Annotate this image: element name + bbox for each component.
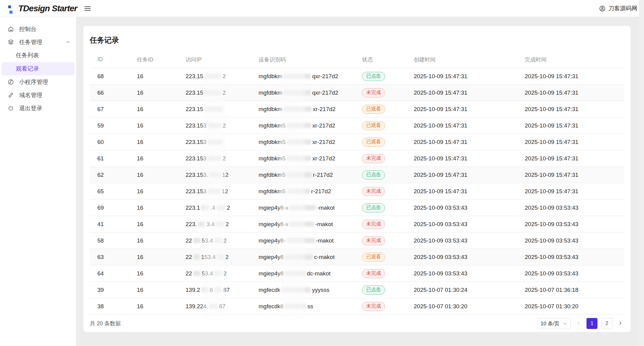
cell-task-id: 16 (129, 106, 178, 113)
cell-task-id: 16 (129, 303, 178, 310)
cell-finished: 2025-10-09 15:47:31 (517, 155, 624, 162)
sidebar-item-domain[interactable]: 域名管理 (0, 89, 76, 102)
cell-status: 未完成 (354, 269, 406, 278)
cell-ip: 223.1532 (178, 155, 251, 162)
sidebar-item-watch-records[interactable]: 观看记录 (2, 62, 75, 75)
miniprogram-icon (8, 79, 14, 85)
status-badge: 未完成 (362, 187, 385, 196)
cell-device: mgfdbkm5xr-217d2 (251, 155, 354, 162)
table-row: 41 16 223.3.42 mgiep4y8-x-makot 未完成 2025… (90, 216, 624, 232)
table-row: 60 16 223.153 mgfdbkm5xr-217d2 已观看 2025-… (90, 134, 624, 150)
redacted-blur (208, 123, 221, 128)
cell-task-id: 16 (129, 270, 178, 277)
menu-toggle-button[interactable] (83, 5, 92, 12)
cell-device: mgfdbkm5r-217d2 (251, 188, 354, 195)
chevron-down-icon (563, 321, 567, 326)
cell-device: mgfdbkm5xr-217d2 (251, 122, 354, 129)
redacted-blur (208, 139, 222, 145)
cell-created: 2025-10-09 15:47:31 (406, 73, 517, 80)
account-menu[interactable]: 刀客源码网 (599, 5, 637, 12)
status-badge: 已观看 (362, 253, 385, 262)
cell-ip: 2253.42 (178, 237, 251, 244)
cell-id: 64 (90, 270, 129, 277)
page-size-select[interactable]: 10 条/页 (537, 318, 571, 329)
status-badge: 已点击 (362, 72, 385, 81)
cell-finished: 2025-10-09 03:53:43 (517, 204, 624, 211)
cell-status: 已点击 (354, 285, 406, 295)
redacted-blur (209, 304, 218, 309)
scrollbar[interactable] (639, 0, 644, 346)
cell-created: 2025-10-09 03:53:43 (406, 221, 517, 228)
cell-device: mgfdbkm5xr-217d2 (251, 139, 354, 145)
cell-id: 68 (90, 73, 129, 80)
cell-id: 39 (90, 287, 129, 293)
cell-created: 2025-10-09 15:47:31 (406, 89, 517, 96)
cell-status: 已点击 (354, 72, 406, 81)
redacted-blur (287, 139, 311, 145)
cell-created: 2025-10-09 03:53:43 (406, 254, 517, 260)
sidebar-item-task-management[interactable]: 任务管理 (0, 36, 76, 49)
cell-id: 61 (90, 155, 129, 162)
cell-finished: 2025-10-09 15:47:31 (517, 139, 624, 145)
table-header-row: ID 任务ID 访问IP 设备识别码 状态 创建时间 完成时间 (90, 51, 624, 68)
page-title: 任务记录 (90, 26, 624, 45)
cell-status: 已点击 (354, 203, 406, 212)
table-row: 58 16 2253.42 mgiep4y8--makot 未完成 2025-1… (90, 232, 624, 249)
redacted-blur (290, 222, 314, 227)
chevron-left-icon (576, 320, 581, 327)
cell-created: 2025-10-09 15:47:31 (406, 188, 517, 195)
cell-task-id: 16 (129, 172, 178, 178)
page-button-2[interactable]: 2 (601, 318, 612, 329)
status-badge: 已观看 (362, 138, 385, 147)
sidebar-item-logout[interactable]: 退出登录 (0, 102, 76, 115)
cell-created: 2025-10-09 15:47:31 (406, 172, 517, 178)
cell-ip: 223.15312 (178, 188, 251, 195)
table-row: 69 16 223.1.42 mgiep4y8-x-makot 已点击 2025… (90, 200, 624, 216)
sidebar-item-miniprogram[interactable]: 小程序管理 (0, 75, 76, 89)
column-header-finished: 完成时间 (517, 56, 624, 63)
table-row: 61 16 223.1532 mgfdbkm5xr-217d2 未完成 2025… (90, 150, 624, 167)
redacted-blur (290, 205, 316, 210)
cell-created: 2025-10-09 03:53:43 (406, 270, 517, 277)
column-header-ip: 访问IP (178, 56, 251, 63)
cell-finished: 2025-10-09 15:47:31 (517, 122, 624, 129)
link-icon (8, 92, 14, 98)
page-button-1[interactable]: 1 (587, 318, 597, 329)
cell-device: mgfecdk6ss (251, 303, 354, 310)
cell-created: 2025-10-09 03:53:43 (406, 237, 517, 244)
status-badge: 未完成 (362, 154, 385, 163)
cell-status: 未完成 (354, 220, 406, 229)
status-badge: 已观看 (362, 121, 385, 130)
account-name: 刀客源码网 (608, 5, 637, 12)
logo-text: TDesign Starter (18, 4, 77, 13)
table-row: 67 16 223.15 mgfdbkmxr-217d2 已观看 2025-10… (90, 101, 624, 117)
redacted-blur (216, 205, 225, 210)
cell-device: mgiep4y8dc-makot (251, 270, 354, 277)
cell-status: 已观看 (354, 121, 406, 130)
cell-ip: 139.224.87 (178, 303, 251, 310)
cell-ip: 139.2687 (178, 287, 251, 293)
table-row: 39 16 139.2687 mgfecdkyyysss 已点击 2025-10… (90, 282, 624, 298)
table-row: 38 16 139.224.87 mgfecdk6ss 未完成 2025-10-… (90, 298, 624, 315)
total-count: 共 20 条数据 (90, 320, 121, 327)
redacted-blur (217, 254, 224, 260)
cell-task-id: 16 (129, 221, 178, 228)
table-row: 65 16 223.15312 mgfdbkm5r-217d2 未完成 2025… (90, 183, 624, 200)
cell-finished: 2025-10-09 15:47:31 (517, 188, 624, 195)
cell-created: 2025-10-07 01:30:24 (406, 287, 517, 293)
redacted-blur (201, 205, 209, 210)
cell-status: 未完成 (354, 88, 406, 97)
page-size-value: 10 条/页 (541, 320, 559, 327)
cell-status: 已观看 (354, 105, 406, 114)
sidebar-item-console[interactable]: 控制台 (0, 23, 76, 36)
logo-area: TDesign Starter (7, 4, 92, 13)
next-page-button[interactable] (616, 319, 624, 328)
prev-page-button[interactable] (575, 319, 583, 328)
status-badge: 已点击 (362, 170, 385, 180)
cell-ip: 22153.42 (178, 254, 251, 260)
cell-id: 66 (90, 89, 129, 96)
cell-task-id: 16 (129, 204, 178, 211)
sidebar-item-task-list[interactable]: 任务列表 (2, 49, 75, 62)
redacted-blur (204, 90, 221, 95)
cell-ip: 2253.42 (178, 270, 251, 277)
